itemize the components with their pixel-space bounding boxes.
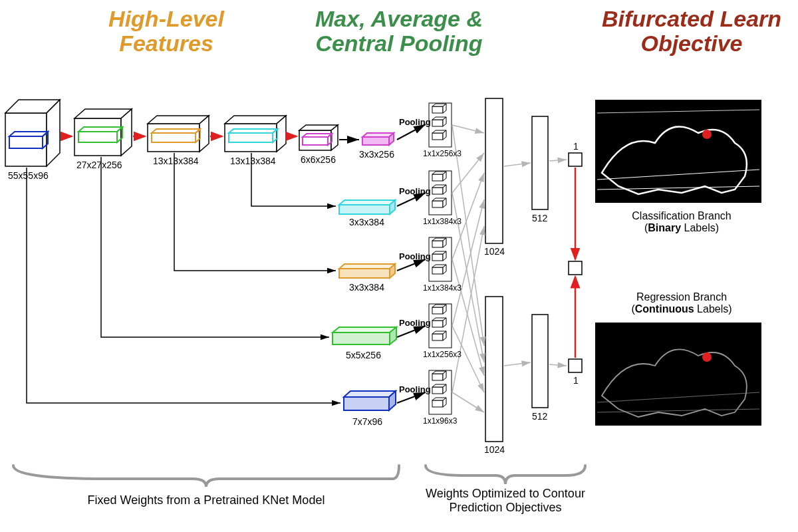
cls-caption: Classification Branch(Binary Labels)	[612, 210, 751, 234]
reg-caption-text: Regression Branch(Continuous Labels)	[631, 291, 732, 315]
svg-rect-89	[432, 387, 443, 394]
pool-word-4: Pooling	[399, 186, 431, 196]
lbl-pool2: 1x1x256x3	[423, 350, 462, 359]
lbl-fc1024-bot: 1024	[484, 444, 505, 455]
reg-output-image	[595, 323, 761, 426]
svg-rect-12	[148, 124, 200, 152]
svg-rect-82	[432, 334, 443, 340]
svg-rect-62	[432, 201, 443, 207]
svg-rect-66	[432, 241, 443, 247]
lbl-conv4: 13x13x384	[230, 156, 276, 166]
lbl-crop3: 3x3x384	[349, 282, 384, 293]
svg-rect-76	[432, 307, 443, 314]
svg-rect-30	[362, 137, 389, 145]
lbl-crop1: 7x7x96	[352, 416, 382, 427]
lbl-conv5: 6x6x256	[301, 154, 336, 165]
reg-caption: Regression Branch(Continuous Labels)	[612, 291, 751, 315]
svg-marker-43	[344, 391, 396, 397]
gray-fanout	[452, 125, 567, 412]
lbl-crop2: 5x5x256	[346, 350, 381, 360]
lbl-fc512-top: 512	[532, 213, 547, 223]
path-l3-crop	[174, 153, 336, 271]
crop-layer-2	[332, 327, 396, 344]
fc-top-512	[532, 116, 548, 209]
conv-layer-2	[74, 109, 132, 156]
lbl-conv1: 55x55x96	[8, 170, 49, 181]
svg-rect-46	[432, 106, 443, 113]
conv-layer-4	[225, 116, 286, 152]
svg-rect-0	[5, 113, 47, 166]
svg-rect-36	[339, 269, 390, 278]
svg-rect-52	[432, 133, 443, 140]
svg-rect-42	[344, 397, 389, 410]
path-l2-crop	[101, 157, 329, 337]
svg-rect-59	[432, 188, 443, 194]
cls-output-image	[595, 100, 761, 203]
fc-bot-1024	[485, 297, 503, 442]
svg-rect-79	[432, 321, 443, 327]
svg-marker-40	[332, 327, 396, 332]
pool-word-1: Pooling	[399, 384, 431, 394]
lbl-fc1-bot: 1	[573, 375, 579, 386]
svg-line-106	[504, 362, 531, 366]
pool-box-3	[429, 237, 452, 281]
lbl-pool4: 1x1x384x3	[423, 217, 462, 226]
conv-layer-3	[148, 116, 209, 152]
hdr-mid-l1: Max, Average &Central Pooling	[315, 6, 483, 56]
lbl-fc1024-top: 1024	[484, 246, 505, 257]
footer-right: Weights Optimized to ContourPrediction O…	[412, 487, 598, 515]
svg-rect-18	[225, 124, 277, 152]
fc-top-1	[569, 153, 582, 166]
pool-box-4	[429, 171, 452, 215]
svg-rect-39	[332, 332, 390, 344]
header-left: High-LevelFeatures	[66, 7, 266, 57]
svg-line-108	[549, 364, 567, 366]
svg-marker-37	[339, 264, 395, 269]
pool-box-2	[429, 304, 452, 348]
header-right: Bifurcated LearnObjective	[579, 7, 798, 57]
svg-point-117	[702, 352, 712, 362]
diagram-svg	[0, 0, 798, 532]
svg-rect-69	[432, 254, 443, 261]
lbl-conv3: 13x13x384	[153, 156, 199, 166]
pool-box-1	[429, 370, 452, 414]
lbl-fc512-bot: 512	[532, 411, 547, 422]
header-mid: Max, Average &Central Pooling	[279, 7, 519, 57]
pool-box-5	[429, 103, 452, 147]
svg-line-95	[452, 125, 484, 133]
fc-bot-1	[569, 359, 582, 372]
svg-rect-33	[339, 205, 390, 214]
svg-point-113	[702, 130, 712, 139]
lbl-crop5: 3x3x256	[359, 149, 394, 160]
lbl-pool3: 1x1x384x3	[423, 283, 462, 293]
pool-word-2: Pooling	[399, 318, 431, 328]
path-l1-crop	[27, 168, 340, 403]
svg-rect-92	[432, 400, 443, 407]
crop-layer-4	[339, 200, 395, 214]
brace-left	[13, 466, 399, 487]
fc-top-1024	[485, 98, 503, 243]
hdr-right-l1: Bifurcated LearnObjective	[602, 6, 781, 56]
conv-layer-5	[299, 125, 338, 150]
brace-right	[426, 466, 585, 484]
lbl-crop4: 3x3x384	[349, 217, 384, 227]
svg-rect-72	[432, 267, 443, 274]
crop-layer-1	[344, 391, 396, 410]
svg-marker-19	[225, 116, 286, 124]
svg-line-107	[549, 160, 567, 161]
cls-caption-text: Classification Branch(Binary Labels)	[632, 210, 731, 233]
svg-line-104	[452, 392, 484, 412]
crop-layer-5	[362, 133, 394, 145]
svg-line-105	[504, 163, 531, 166]
footer-left: Fixed Weights from a Pretrained KNet Mod…	[53, 493, 359, 507]
svg-rect-56	[432, 174, 443, 181]
lbl-fc1-top: 1	[573, 141, 579, 152]
fc-bot-512	[532, 315, 548, 408]
lbl-conv2: 27x27x256	[76, 160, 122, 170]
shared-output	[569, 261, 582, 275]
svg-rect-86	[432, 374, 443, 380]
svg-rect-6	[74, 118, 121, 156]
pool-word-5: Pooling	[399, 117, 431, 127]
crop-layer-3	[339, 264, 395, 278]
lbl-pool1: 1x1x96x3	[423, 416, 457, 426]
